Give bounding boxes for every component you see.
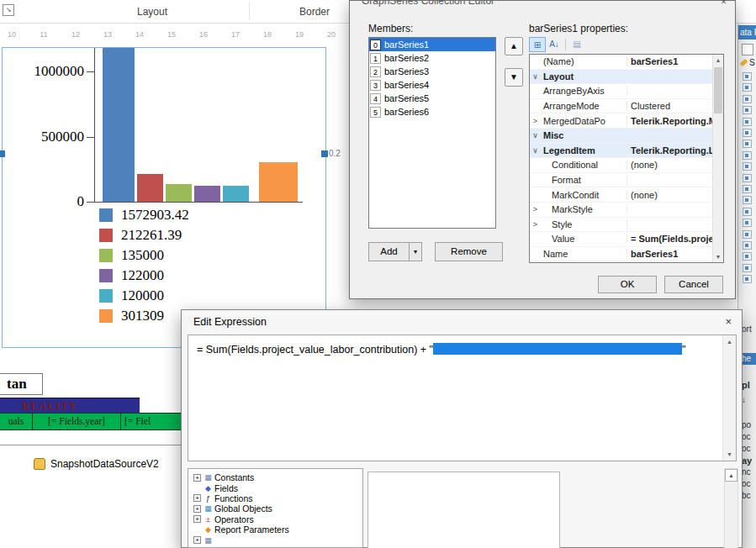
close-icon[interactable]: ×: [725, 315, 732, 328]
tree-item[interactable]: ◆Report Parameters: [188, 524, 362, 535]
alphabetical-icon[interactable]: A↓: [546, 37, 563, 52]
property-row[interactable]: Value= Sum(Fields.proje: [530, 232, 712, 247]
description-scrollbar[interactable]: ▲: [724, 468, 738, 548]
report-text-cell[interactable]: tan: [0, 373, 43, 395]
expand-icon[interactable]: +: [193, 515, 201, 523]
member-row[interactable]: 1barSeries2: [369, 51, 495, 65]
property-row[interactable]: >Style: [530, 218, 712, 233]
expand-icon[interactable]: +: [193, 494, 201, 502]
panel-item-icon[interactable]: [743, 83, 752, 92]
members-panel[interactable]: [367, 472, 560, 548]
panel-item-icon[interactable]: [743, 162, 752, 171]
row-expander-icon[interactable]: >: [530, 205, 541, 213]
panel-item-icon[interactable]: [743, 140, 752, 148]
expand-icon[interactable]: +: [193, 536, 201, 544]
row-expander-icon[interactable]: ∨: [530, 146, 541, 155]
panel-item-icon[interactable]: [743, 196, 752, 204]
member-row[interactable]: 2barSeries3: [369, 65, 495, 78]
chart-bar[interactable]: [166, 184, 192, 202]
panel-item-icon[interactable]: [743, 106, 752, 114]
tree-item[interactable]: ◆Fields: [188, 482, 362, 493]
property-row[interactable]: (Name)barSeries1: [530, 55, 712, 70]
panel-item-icon[interactable]: [743, 185, 752, 193]
scroll-up-icon[interactable]: ▲: [725, 469, 737, 482]
property-pages-icon[interactable]: ▤: [568, 37, 585, 52]
collection-editor-titlebar[interactable]: GraphSeries Collection Editor ×: [350, 1, 735, 8]
scroll-up-icon[interactable]: ▲: [723, 336, 736, 347]
selection-handle-right[interactable]: [321, 150, 328, 157]
close-icon[interactable]: ×: [721, 1, 727, 8]
property-row[interactable]: MarkCondit(none): [530, 187, 712, 203]
member-row[interactable]: 0barSeries1: [369, 38, 495, 51]
expand-icon[interactable]: +: [193, 505, 201, 513]
panel-item-icon[interactable]: [743, 95, 752, 103]
tree-item[interactable]: +▦: [188, 535, 362, 545]
table-cell[interactable]: [= Fiel: [121, 414, 182, 429]
panel-item-icon[interactable]: [743, 264, 752, 272]
panel-item-icon[interactable]: [743, 219, 752, 227]
chart-bar[interactable]: [137, 174, 163, 202]
chart-bar[interactable]: [223, 186, 249, 202]
table-header-row[interactable]: REALITY: [0, 398, 140, 414]
member-row[interactable]: 5barSeries6: [369, 105, 495, 119]
chart-bar[interactable]: [194, 186, 220, 202]
panel-item-icon[interactable]: [743, 118, 752, 126]
right-panel-header[interactable]: ata E: [738, 25, 756, 40]
panel-item-icon[interactable]: [743, 151, 752, 160]
chevron-down-icon[interactable]: ▾: [409, 243, 421, 261]
panel-item-icon[interactable]: [743, 208, 752, 216]
panel-item-icon[interactable]: [743, 241, 752, 250]
expand-icon[interactable]: +: [193, 474, 201, 482]
panel-key-row[interactable]: S: [740, 57, 755, 67]
panel-item-icon[interactable]: [743, 230, 752, 239]
expression-text-area[interactable]: = Sum(Fields.project_value_labor_contrib…: [188, 335, 737, 461]
tree-item[interactable]: +▦Global Objects: [188, 503, 362, 514]
refresh-icon[interactable]: [742, 44, 753, 55]
property-row[interactable]: Conditional(none): [530, 158, 712, 173]
tree-item[interactable]: +ƒFunctions: [188, 493, 362, 503]
add-button[interactable]: Add ▾: [368, 242, 422, 261]
member-row[interactable]: 4barSeries5: [369, 92, 495, 105]
move-up-button[interactable]: ▲: [505, 37, 523, 55]
table-cell[interactable]: [= Fields.year]: [33, 414, 121, 429]
property-row[interactable]: >MarkStyle: [530, 203, 712, 218]
property-row[interactable]: ∨LegendItemTelerik.Reporting.L: [530, 144, 712, 159]
property-row[interactable]: Format: [530, 173, 712, 188]
panel-item-icon[interactable]: [743, 275, 752, 283]
property-row[interactable]: ArrangeByAxis: [530, 84, 712, 99]
scroll-down-icon[interactable]: ▼: [723, 449, 736, 460]
category-tree[interactable]: +▦Constants◆Fields+ƒFunctions+▦Global Ob…: [188, 468, 363, 548]
property-row[interactable]: ArrangeModeClustered: [530, 99, 712, 114]
panel-item-icon[interactable]: [743, 129, 752, 137]
scroll-down-icon[interactable]: ▼: [713, 251, 723, 262]
categorized-icon[interactable]: ⊞: [529, 37, 546, 52]
property-row[interactable]: ∨Misc: [530, 129, 712, 144]
move-down-button[interactable]: ▼: [505, 68, 523, 87]
table-cell[interactable]: uals: [0, 414, 33, 429]
ok-button[interactable]: OK: [598, 276, 657, 293]
member-row[interactable]: 3barSeries4: [369, 78, 495, 92]
tree-item[interactable]: +▦Constants: [188, 472, 362, 482]
property-row[interactable]: >MergedDataPoTelerik.Reporting.M: [530, 113, 712, 129]
scroll-up-icon[interactable]: ▲: [713, 55, 723, 66]
property-row[interactable]: ∨Layout: [530, 70, 712, 85]
property-grid-scrollbar[interactable]: ▲ ▼: [712, 55, 723, 262]
row-expander-icon[interactable]: ∨: [530, 131, 541, 140]
tree-item[interactable]: +±Operators: [188, 514, 362, 524]
row-expander-icon[interactable]: ∨: [530, 72, 541, 81]
panel-item-icon[interactable]: [743, 72, 752, 81]
property-row[interactable]: NamebarSeries1: [530, 247, 712, 262]
members-list[interactable]: 0barSeries11barSeries22barSeries33barSer…: [368, 37, 496, 229]
expression-scrollbar[interactable]: ▲ ▼: [722, 335, 736, 461]
row-expander-icon[interactable]: >: [530, 117, 541, 125]
chart-bar[interactable]: [103, 48, 135, 202]
selection-handle-left[interactable]: [0, 150, 5, 157]
datasource-item[interactable]: SnapshotDataSourceV2: [34, 458, 159, 470]
cancel-button[interactable]: Cancel: [664, 276, 723, 293]
remove-button[interactable]: Remove: [435, 242, 503, 261]
chart-bar[interactable]: [259, 162, 298, 202]
panel-item-icon[interactable]: [743, 174, 752, 182]
table-data-row[interactable]: uals [= Fields.year] [= Fiel: [0, 413, 182, 430]
row-expander-icon[interactable]: >: [530, 220, 541, 229]
panel-item-icon[interactable]: [743, 252, 752, 261]
